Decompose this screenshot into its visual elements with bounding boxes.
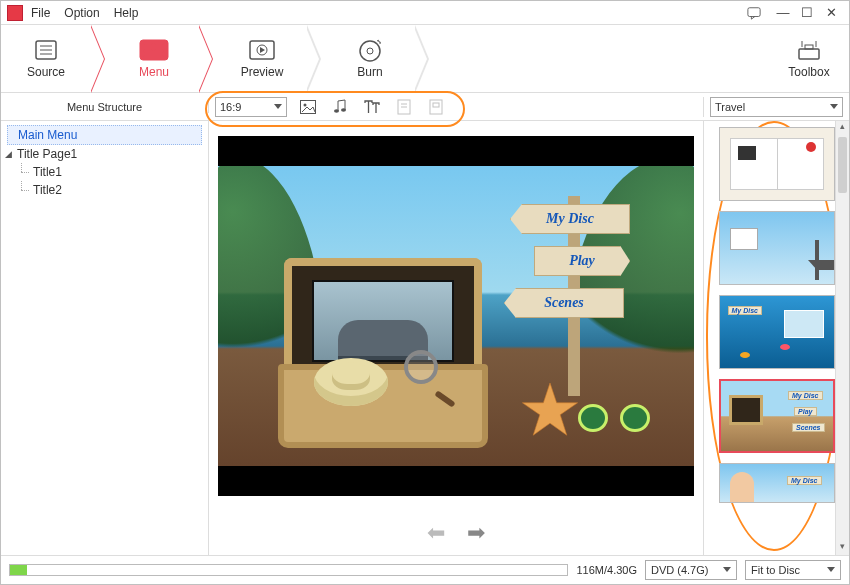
tree-title1[interactable]: Title1 [7,163,202,181]
step-burn[interactable]: Burn [325,25,415,92]
decor-suitcase [278,258,488,448]
title-bar: File Option Help — ☐ ✕ [1,1,849,25]
decor-magnifier [404,350,450,396]
step-preview-label: Preview [241,65,284,79]
template-category-value: Travel [715,101,745,113]
svg-point-13 [367,48,373,54]
chevron-down-icon [274,104,282,109]
add-image-button[interactable] [297,97,319,117]
menu-canvas[interactable]: My Disc Play Scenes [218,166,694,466]
disc-type-value: DVD (4.7G) [651,564,708,576]
menu-signpost: My Disc Play Scenes [500,196,650,396]
svg-rect-27 [433,103,439,107]
template-thumb[interactable]: My Disc [719,295,835,369]
step-burn-label: Burn [357,65,382,79]
status-bar: 116M/4.30G DVD (4.7G) Fit to Disc [1,555,849,583]
aspect-ratio-value: 16:9 [220,101,241,113]
template-category-select[interactable]: Travel [710,97,843,117]
step-source[interactable]: Source [1,25,91,92]
mini-label: Scenes [792,423,825,432]
decor-hat [314,358,388,406]
svg-rect-6 [144,44,152,50]
minimize-button[interactable]: — [771,5,795,20]
svg-rect-0 [748,7,760,16]
scroll-up-icon[interactable]: ▴ [836,121,849,135]
tree-title-page[interactable]: ◢ Title Page1 [7,145,202,163]
svg-rect-7 [155,44,163,50]
template-scrollbar[interactable]: ▴ ▾ [835,121,849,555]
menu-structure-label: Menu Structure [1,101,209,113]
step-source-label: Source [27,65,65,79]
step-chevron [307,25,325,92]
template-thumb[interactable] [719,211,835,285]
svg-rect-14 [799,49,819,59]
menu-file[interactable]: File [31,6,50,20]
add-chapter-button [393,97,415,117]
step-menu[interactable]: Menu [109,25,199,92]
toolbox-label: Toolbox [788,65,829,79]
menu-structure-tree: Main Menu ◢ Title Page1 Title1 Title2 [1,121,209,555]
menu-help[interactable]: Help [114,6,139,20]
svg-point-21 [341,108,346,112]
add-text-button[interactable] [361,97,383,117]
maximize-button[interactable]: ☐ [795,5,819,20]
close-button[interactable]: ✕ [819,5,843,20]
disclosure-triangle-icon[interactable]: ◢ [5,149,12,159]
disc-usage-bar [9,564,568,576]
svg-point-12 [360,41,380,61]
main-area: Main Menu ◢ Title Page1 Title1 Title2 [1,121,849,555]
source-icon [31,39,61,61]
preview-stage: My Disc Play Scenes [218,136,694,496]
template-list: My Disc My Disc Play Scenes My Disc ▴ ▾ [703,121,849,555]
mini-label: My Disc [787,476,821,485]
template-thumb[interactable]: My Disc [719,463,835,503]
chevron-down-icon [830,104,838,109]
preview-pane: My Disc Play Scenes ⬅ ➡ [209,121,703,555]
scroll-thumb[interactable] [838,137,847,193]
chevron-down-icon [723,567,731,572]
step-chevron [415,25,433,92]
step-chevron [199,25,217,92]
app-icon [7,5,23,21]
tree-title2[interactable]: Title2 [7,181,202,199]
burn-icon [355,39,385,61]
scroll-down-icon[interactable]: ▾ [836,541,849,555]
tree-root[interactable]: Main Menu [7,125,202,145]
mini-label: My Disc [788,391,822,400]
fit-mode-value: Fit to Disc [751,564,800,576]
aspect-ratio-select[interactable]: 16:9 [215,97,287,117]
menu-play-button[interactable]: Play [534,246,630,276]
disc-type-select[interactable]: DVD (4.7G) [645,560,737,580]
menu-icon [139,39,169,61]
next-page-button[interactable]: ➡ [467,520,485,546]
feedback-icon[interactable] [747,6,771,20]
mini-label: Play [794,407,816,416]
template-thumb-selected[interactable]: My Disc Play Scenes [719,379,835,453]
disc-usage-text: 116M/4.30G [576,564,637,576]
toolbar: Menu Structure 16:9 Travel [1,93,849,121]
fit-mode-select[interactable]: Fit to Disc [745,560,841,580]
menu-option[interactable]: Option [64,6,99,20]
menu-title-text[interactable]: My Disc [510,204,630,234]
add-music-button[interactable] [329,97,351,117]
toolbox-icon [796,39,822,61]
chevron-down-icon [827,567,835,572]
svg-rect-8 [144,52,163,56]
preview-icon [247,39,277,61]
mini-label: My Disc [728,306,762,315]
tree-title-page-label: Title Page1 [17,147,77,161]
add-frame-button [425,97,447,117]
svg-point-19 [304,103,307,106]
decor-sunglasses [578,398,650,438]
toolbox-button[interactable]: Toolbox [769,25,849,92]
menu-scenes-button[interactable]: Scenes [504,288,624,318]
svg-marker-11 [260,47,265,53]
step-chevron [91,25,109,92]
prev-page-button[interactable]: ⬅ [427,520,445,546]
workflow-steps: Source Menu Preview Burn Toolbox [1,25,849,93]
step-preview[interactable]: Preview [217,25,307,92]
template-thumb[interactable] [719,127,835,201]
page-nav: ⬅ ➡ [209,511,703,555]
step-menu-label: Menu [139,65,169,79]
